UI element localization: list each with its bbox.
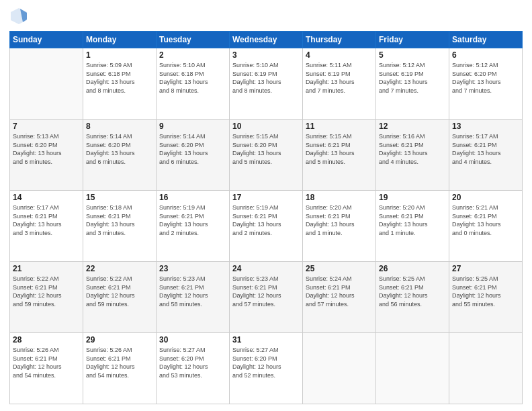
calendar-cell: 14Sunrise: 5:17 AM Sunset: 6:21 PM Dayli…: [10, 191, 83, 262]
calendar-cell: 28Sunrise: 5:26 AM Sunset: 6:21 PM Dayli…: [10, 333, 83, 404]
day-number: 26: [379, 264, 446, 273]
calendar-cell: 29Sunrise: 5:26 AM Sunset: 6:21 PM Dayli…: [83, 333, 157, 404]
day-number: 29: [86, 335, 153, 345]
day-number: 6: [452, 50, 519, 60]
calendar-cell: 31Sunrise: 5:27 AM Sunset: 6:20 PM Dayli…: [230, 333, 303, 404]
header-day-monday: Monday: [83, 32, 157, 48]
day-info: Sunrise: 5:13 AM Sunset: 6:20 PM Dayligh…: [13, 132, 80, 166]
calendar-cell: 5Sunrise: 5:12 AM Sunset: 6:19 PM Daylig…: [376, 48, 449, 120]
day-number: 19: [379, 193, 446, 202]
header-day-friday: Friday: [376, 32, 449, 48]
day-number: 14: [13, 193, 80, 202]
day-number: 5: [379, 50, 446, 60]
calendar-row: 21Sunrise: 5:22 AM Sunset: 6:21 PM Dayli…: [10, 262, 523, 333]
day-number: 27: [452, 264, 519, 273]
day-info: Sunrise: 5:27 AM Sunset: 6:20 PM Dayligh…: [159, 346, 226, 379]
calendar-cell: 1Sunrise: 5:09 AM Sunset: 6:18 PM Daylig…: [83, 48, 157, 120]
calendar-cell: 26Sunrise: 5:25 AM Sunset: 6:21 PM Dayli…: [376, 262, 449, 333]
day-number: 11: [306, 122, 373, 131]
calendar-cell: [376, 333, 449, 404]
calendar-cell: 30Sunrise: 5:27 AM Sunset: 6:20 PM Dayli…: [157, 333, 230, 404]
header-day-tuesday: Tuesday: [157, 32, 230, 48]
day-info: Sunrise: 5:15 AM Sunset: 6:21 PM Dayligh…: [306, 132, 373, 166]
day-info: Sunrise: 5:12 AM Sunset: 6:20 PM Dayligh…: [452, 61, 519, 95]
day-number: 3: [232, 50, 300, 60]
header-day-thursday: Thursday: [303, 32, 376, 48]
calendar-row: 1Sunrise: 5:09 AM Sunset: 6:18 PM Daylig…: [10, 48, 523, 120]
calendar-cell: 22Sunrise: 5:22 AM Sunset: 6:21 PM Dayli…: [83, 262, 157, 333]
day-number: 9: [159, 122, 226, 131]
header-day-sunday: Sunday: [10, 32, 83, 48]
day-info: Sunrise: 5:22 AM Sunset: 6:21 PM Dayligh…: [13, 275, 80, 308]
day-info: Sunrise: 5:24 AM Sunset: 6:21 PM Dayligh…: [306, 275, 373, 308]
calendar-row: 7Sunrise: 5:13 AM Sunset: 6:20 PM Daylig…: [10, 120, 523, 191]
day-number: 31: [232, 335, 300, 345]
calendar-cell: [303, 333, 376, 404]
calendar-cell: 20Sunrise: 5:21 AM Sunset: 6:21 PM Dayli…: [449, 191, 523, 262]
day-number: 18: [306, 193, 373, 202]
day-number: 1: [86, 50, 153, 60]
day-number: 4: [306, 50, 373, 60]
calendar-cell: 11Sunrise: 5:15 AM Sunset: 6:21 PM Dayli…: [303, 120, 376, 191]
day-number: 22: [86, 264, 153, 273]
day-info: Sunrise: 5:20 AM Sunset: 6:21 PM Dayligh…: [379, 203, 446, 237]
day-info: Sunrise: 5:09 AM Sunset: 6:18 PM Dayligh…: [86, 61, 153, 95]
day-info: Sunrise: 5:23 AM Sunset: 6:21 PM Dayligh…: [159, 275, 226, 308]
day-info: Sunrise: 5:25 AM Sunset: 6:21 PM Dayligh…: [379, 275, 446, 308]
calendar-cell: 12Sunrise: 5:16 AM Sunset: 6:21 PM Dayli…: [376, 120, 449, 191]
calendar-header: SundayMondayTuesdayWednesdayThursdayFrid…: [10, 32, 523, 48]
calendar-cell: 23Sunrise: 5:23 AM Sunset: 6:21 PM Dayli…: [157, 262, 230, 333]
day-number: 25: [306, 264, 373, 273]
calendar-row: 28Sunrise: 5:26 AM Sunset: 6:21 PM Dayli…: [10, 333, 523, 404]
day-info: Sunrise: 5:14 AM Sunset: 6:20 PM Dayligh…: [159, 132, 226, 166]
day-info: Sunrise: 5:21 AM Sunset: 6:21 PM Dayligh…: [452, 203, 519, 237]
calendar-cell: 7Sunrise: 5:13 AM Sunset: 6:20 PM Daylig…: [10, 120, 83, 191]
calendar-cell: [10, 48, 83, 120]
calendar-cell: 25Sunrise: 5:24 AM Sunset: 6:21 PM Dayli…: [303, 262, 376, 333]
day-number: 21: [13, 264, 80, 273]
day-info: Sunrise: 5:16 AM Sunset: 6:21 PM Dayligh…: [379, 132, 446, 166]
calendar-cell: 2Sunrise: 5:10 AM Sunset: 6:18 PM Daylig…: [157, 48, 230, 120]
page: SundayMondayTuesdayWednesdayThursdayFrid…: [0, 0, 532, 411]
calendar-cell: 4Sunrise: 5:11 AM Sunset: 6:19 PM Daylig…: [303, 48, 376, 120]
day-number: 2: [159, 50, 226, 60]
day-info: Sunrise: 5:10 AM Sunset: 6:19 PM Dayligh…: [232, 61, 300, 95]
calendar-cell: [449, 333, 523, 404]
header-row: SundayMondayTuesdayWednesdayThursdayFrid…: [10, 32, 523, 48]
day-info: Sunrise: 5:11 AM Sunset: 6:19 PM Dayligh…: [306, 61, 373, 95]
day-info: Sunrise: 5:20 AM Sunset: 6:21 PM Dayligh…: [306, 203, 373, 237]
day-number: 13: [452, 122, 519, 131]
calendar-cell: 15Sunrise: 5:18 AM Sunset: 6:21 PM Dayli…: [83, 191, 157, 262]
calendar-cell: 9Sunrise: 5:14 AM Sunset: 6:20 PM Daylig…: [157, 120, 230, 191]
day-number: 16: [159, 193, 226, 202]
day-info: Sunrise: 5:12 AM Sunset: 6:19 PM Dayligh…: [379, 61, 446, 95]
day-info: Sunrise: 5:23 AM Sunset: 6:21 PM Dayligh…: [232, 275, 300, 308]
calendar-cell: 17Sunrise: 5:19 AM Sunset: 6:21 PM Dayli…: [230, 191, 303, 262]
day-number: 8: [86, 122, 153, 131]
day-number: 23: [159, 264, 226, 273]
day-info: Sunrise: 5:15 AM Sunset: 6:20 PM Dayligh…: [232, 132, 300, 166]
day-info: Sunrise: 5:10 AM Sunset: 6:18 PM Dayligh…: [159, 61, 226, 95]
calendar-cell: 27Sunrise: 5:25 AM Sunset: 6:21 PM Dayli…: [449, 262, 523, 333]
header-day-saturday: Saturday: [449, 32, 523, 48]
day-info: Sunrise: 5:27 AM Sunset: 6:20 PM Dayligh…: [232, 346, 300, 379]
calendar-cell: 6Sunrise: 5:12 AM Sunset: 6:20 PM Daylig…: [449, 48, 523, 120]
day-info: Sunrise: 5:19 AM Sunset: 6:21 PM Dayligh…: [232, 203, 300, 237]
calendar-table: SundayMondayTuesdayWednesdayThursdayFrid…: [9, 31, 523, 404]
day-info: Sunrise: 5:14 AM Sunset: 6:20 PM Dayligh…: [86, 132, 153, 166]
header-day-wednesday: Wednesday: [230, 32, 303, 48]
day-info: Sunrise: 5:22 AM Sunset: 6:21 PM Dayligh…: [86, 275, 153, 308]
calendar-body: 1Sunrise: 5:09 AM Sunset: 6:18 PM Daylig…: [10, 48, 523, 404]
day-number: 17: [232, 193, 300, 202]
day-number: 24: [232, 264, 300, 273]
day-info: Sunrise: 5:25 AM Sunset: 6:21 PM Dayligh…: [452, 275, 519, 308]
calendar-cell: 18Sunrise: 5:20 AM Sunset: 6:21 PM Dayli…: [303, 191, 376, 262]
logo-icon: [9, 7, 28, 26]
day-info: Sunrise: 5:26 AM Sunset: 6:21 PM Dayligh…: [86, 346, 153, 379]
calendar-cell: 8Sunrise: 5:14 AM Sunset: 6:20 PM Daylig…: [83, 120, 157, 191]
calendar-cell: 10Sunrise: 5:15 AM Sunset: 6:20 PM Dayli…: [230, 120, 303, 191]
day-number: 15: [86, 193, 153, 202]
calendar-cell: 21Sunrise: 5:22 AM Sunset: 6:21 PM Dayli…: [10, 262, 83, 333]
day-info: Sunrise: 5:19 AM Sunset: 6:21 PM Dayligh…: [159, 203, 226, 237]
header: [9, 7, 523, 26]
